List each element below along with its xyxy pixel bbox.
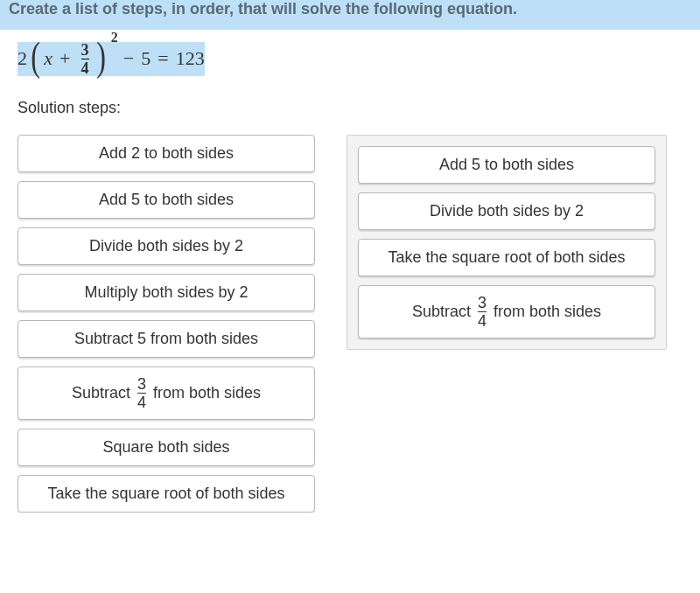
- tile-text: Divide both sides by 2: [89, 237, 243, 255]
- tile-text: Multiply both sides by 2: [84, 283, 248, 302]
- eq-exponent: 2: [111, 30, 118, 45]
- tile-fraction: 34: [476, 295, 488, 329]
- step-tile[interactable]: Multiply both sides by 2: [18, 274, 315, 311]
- eq-coef: 2: [18, 47, 27, 70]
- tile-fraction: 34: [136, 376, 148, 410]
- tile-frac-den: 4: [137, 394, 146, 410]
- tile-text: Subtract 5 from both sides: [74, 330, 258, 348]
- answer-dropzone[interactable]: Add 5 to both sidesDivide both sides by …: [346, 135, 667, 350]
- tile-frac-num: 3: [478, 295, 486, 310]
- eq-rparen: ): [96, 45, 106, 69]
- step-tile[interactable]: Add 5 to both sides: [358, 146, 655, 184]
- eq-frac-num: 3: [81, 42, 89, 58]
- step-tile[interactable]: Take the square root of both sides: [18, 475, 315, 513]
- step-tile[interactable]: Take the square root of both sides: [358, 239, 655, 276]
- tile-text: Take the square root of both sides: [388, 248, 625, 267]
- columns: Add 2 to both sidesAdd 5 to both sidesDi…: [0, 135, 700, 513]
- section-label: Solution steps:: [0, 92, 700, 135]
- eq-subconst: 5: [141, 47, 150, 70]
- tile-text: Add 5 to both sides: [439, 156, 574, 174]
- step-tile[interactable]: Divide both sides by 2: [18, 227, 315, 265]
- eq-rhs: 123: [176, 47, 205, 70]
- tile-text: Divide both sides by 2: [430, 202, 584, 220]
- tile-frac-den: 4: [478, 313, 486, 329]
- tile-text-pre: Subtract: [72, 384, 130, 402]
- eq-fraction: 3 4: [80, 42, 91, 76]
- eq-plus: +: [54, 47, 75, 70]
- step-tile[interactable]: Add 2 to both sides: [18, 135, 315, 172]
- source-tile-list[interactable]: Add 2 to both sidesAdd 5 to both sidesDi…: [18, 135, 315, 513]
- eq-minus: −: [118, 47, 139, 70]
- tile-text: Add 2 to both sides: [99, 144, 234, 163]
- eq-equals: =: [152, 47, 173, 70]
- step-tile[interactable]: Square both sides: [18, 429, 315, 466]
- tile-text: Take the square root of both sides: [47, 485, 284, 503]
- prompt-bar: Create a list of steps, in order, that w…: [0, 0, 700, 30]
- tile-frac-num: 3: [137, 376, 146, 392]
- eq-var: x: [44, 47, 52, 70]
- equation-display: 2 ( x + 3 4 ) 2 − 5 = 123: [0, 30, 700, 92]
- step-tile[interactable]: Subtract34from both sides: [358, 285, 655, 338]
- step-tile[interactable]: Subtract 5 from both sides: [18, 320, 315, 358]
- tile-text-post: from both sides: [153, 384, 261, 402]
- step-tile[interactable]: Divide both sides by 2: [358, 192, 655, 230]
- step-tile[interactable]: Add 5 to both sides: [18, 181, 315, 219]
- answer-tile-list: Add 5 to both sidesDivide both sides by …: [358, 146, 655, 338]
- tile-text-pre: Subtract: [412, 303, 471, 321]
- step-tile[interactable]: Subtract34from both sides: [18, 366, 315, 420]
- eq-frac-den: 4: [81, 60, 89, 76]
- tile-text-post: from both sides: [494, 303, 601, 321]
- prompt-text: Create a list of steps, in order, that w…: [9, 0, 517, 17]
- tile-text: Square both sides: [102, 438, 229, 457]
- tile-text: Add 5 to both sides: [99, 191, 234, 209]
- eq-lparen: (: [31, 45, 40, 69]
